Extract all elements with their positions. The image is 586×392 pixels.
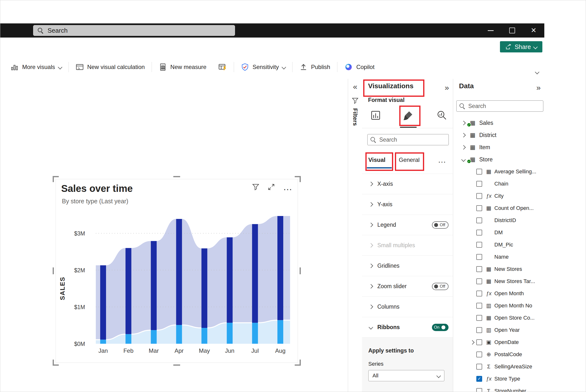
share-button[interactable]: Share: [500, 41, 542, 52]
field-row-name[interactable]: Name: [453, 251, 544, 263]
field-checkbox[interactable]: [476, 193, 482, 199]
toggle-off[interactable]: Off: [432, 221, 448, 229]
field-row-store-type[interactable]: ✓ ƒx Store Type: [453, 373, 544, 385]
selection-handle-right[interactable]: [300, 268, 301, 274]
field-row-open-month[interactable]: ƒx Open Month: [453, 288, 544, 300]
chevron-right-icon[interactable]: [461, 133, 466, 137]
field-checkbox[interactable]: [476, 315, 482, 321]
tab-visual[interactable]: Visual: [368, 156, 386, 163]
format-search-input[interactable]: [379, 136, 446, 143]
selection-handle-top[interactable]: [173, 176, 180, 177]
chevron-right-icon[interactable]: [470, 340, 474, 344]
svg-text:Feb: Feb: [123, 348, 133, 354]
field-row-open-month-no[interactable]: ▥ Open Month No: [453, 300, 544, 312]
format-section-x-axis[interactable]: X-axis: [362, 174, 453, 194]
table-row-item[interactable]: ▦ Item: [453, 141, 544, 153]
focus-mode-icon[interactable]: [268, 183, 275, 191]
data-search[interactable]: [456, 100, 543, 112]
field-row-open-store-co[interactable]: ▦ Open Store Co...: [453, 312, 544, 324]
titlebar-search[interactable]: [33, 25, 235, 36]
maximize-button[interactable]: [502, 24, 523, 38]
tab-general[interactable]: General: [399, 156, 420, 163]
chart-visual[interactable]: $0M$1M$2M$3MJanFebMarAprMayJunJulAugSALE…: [56, 179, 298, 363]
report-canvas[interactable]: $0M$1M$2M$3MJanFebMarAprMayJunJulAugSALE…: [0, 75, 348, 392]
filter-icon[interactable]: [252, 183, 260, 191]
field-row-dm-pic[interactable]: DM_Pic: [453, 239, 544, 251]
build-visual-icon[interactable]: [370, 110, 381, 121]
field-checkbox[interactable]: [476, 181, 482, 187]
new-measure-button[interactable]: New measure: [153, 60, 212, 74]
selection-handle-bottom-right[interactable]: [295, 360, 301, 366]
format-section-small-multiples[interactable]: Small multiples: [362, 235, 453, 256]
field-checkbox[interactable]: [476, 218, 482, 223]
collapse-filters-icon[interactable]: «: [353, 82, 357, 91]
selection-handle-bottom[interactable]: [173, 364, 180, 366]
field-row-new-stores[interactable]: ▦ New Stores: [453, 263, 544, 275]
field-row-dm[interactable]: DM: [453, 226, 544, 239]
field-checkbox[interactable]: [476, 254, 482, 260]
table-row-sales[interactable]: ▦ ✓ Sales: [453, 117, 544, 129]
field-row-sellingareasize[interactable]: Σ SellingAreaSize: [453, 360, 544, 373]
chevron-right-icon[interactable]: [461, 121, 466, 125]
format-search[interactable]: [367, 134, 449, 145]
format-section-legend[interactable]: Legend Off: [362, 215, 453, 235]
field-row-chain[interactable]: Chain: [453, 178, 544, 190]
field-checkbox[interactable]: [476, 388, 482, 392]
field-row-opendate[interactable]: ▣ OpenDate: [453, 336, 544, 348]
field-row-new-stores-tar[interactable]: ▦ New Stores Tar...: [453, 275, 544, 288]
chevron-right-icon[interactable]: [461, 145, 466, 150]
field-row-city[interactable]: ƒx City: [453, 190, 544, 202]
field-checkbox[interactable]: [476, 290, 482, 296]
field-checkbox[interactable]: [476, 230, 482, 236]
field-checkbox[interactable]: [476, 364, 482, 370]
field-checkbox[interactable]: [476, 303, 482, 309]
toggle-on[interactable]: On: [432, 324, 448, 331]
table-row-store[interactable]: ▦ ✓ Store: [453, 153, 544, 166]
format-section-zoom-slider[interactable]: Zoom slider Off: [362, 276, 453, 297]
expand-pane-icon[interactable]: »: [536, 83, 541, 92]
selection-handle-top-left[interactable]: [53, 176, 59, 182]
field-checkbox[interactable]: [476, 205, 482, 211]
more-visuals-button[interactable]: More visuals: [5, 60, 68, 74]
copilot-label: Copilot: [356, 64, 375, 70]
new-visual-calculation-button[interactable]: fx New visual calculation: [70, 60, 151, 74]
data-search-input[interactable]: [468, 103, 540, 110]
field-checkbox[interactable]: ✓: [476, 376, 482, 382]
field-checkbox[interactable]: [476, 327, 482, 333]
format-section-gridlines[interactable]: Gridlines: [362, 256, 453, 276]
format-section-y-axis[interactable]: Y-axis: [362, 194, 453, 215]
selection-handle-left[interactable]: [53, 268, 54, 274]
field-checkbox[interactable]: [476, 339, 482, 345]
selection-handle-bottom-left[interactable]: [53, 360, 59, 366]
field-row-count-of-open[interactable]: ▦ Count of Open...: [453, 202, 544, 214]
copilot-button[interactable]: Copilot: [338, 60, 380, 74]
quick-measure-button[interactable]: [212, 60, 233, 74]
field-row-storenumber[interactable]: Σ StoreNumber: [453, 385, 544, 392]
analytics-icon[interactable]: [436, 110, 447, 121]
sensitivity-button[interactable]: Sensitivity: [235, 60, 291, 74]
table-row-district[interactable]: ▦ District: [453, 129, 544, 141]
toggle-off[interactable]: Off: [432, 283, 448, 290]
titlebar-search-input[interactable]: [47, 26, 230, 34]
field-checkbox[interactable]: [476, 352, 482, 358]
format-visual-icon[interactable]: [402, 110, 414, 121]
publish-button[interactable]: Publish: [294, 60, 336, 74]
series-dropdown[interactable]: All: [368, 370, 444, 381]
field-row-districtid[interactable]: DistrictID: [453, 214, 544, 226]
more-options-icon[interactable]: …: [283, 184, 293, 190]
format-section-columns[interactable]: Columns: [362, 297, 453, 317]
close-button[interactable]: ✕: [523, 24, 544, 38]
format-section-ribbons[interactable]: Ribbons On: [362, 317, 453, 338]
minimize-button[interactable]: [480, 24, 502, 38]
field-row-open-year[interactable]: ▥ Open Year: [453, 324, 544, 336]
field-checkbox[interactable]: [476, 242, 482, 248]
field-row-postalcode[interactable]: ⊕ PostalCode: [453, 348, 544, 360]
field-checkbox[interactable]: [476, 169, 482, 174]
field-checkbox[interactable]: [476, 278, 482, 284]
selection-handle-top-right[interactable]: [295, 176, 301, 182]
field-row-average-selling[interactable]: ▦ Average Selling...: [453, 166, 544, 178]
field-checkbox[interactable]: [476, 266, 482, 272]
expand-pane-icon[interactable]: »: [444, 83, 449, 92]
chevron-down-icon[interactable]: [461, 157, 466, 162]
tabs-more-options-icon[interactable]: …: [438, 155, 446, 164]
